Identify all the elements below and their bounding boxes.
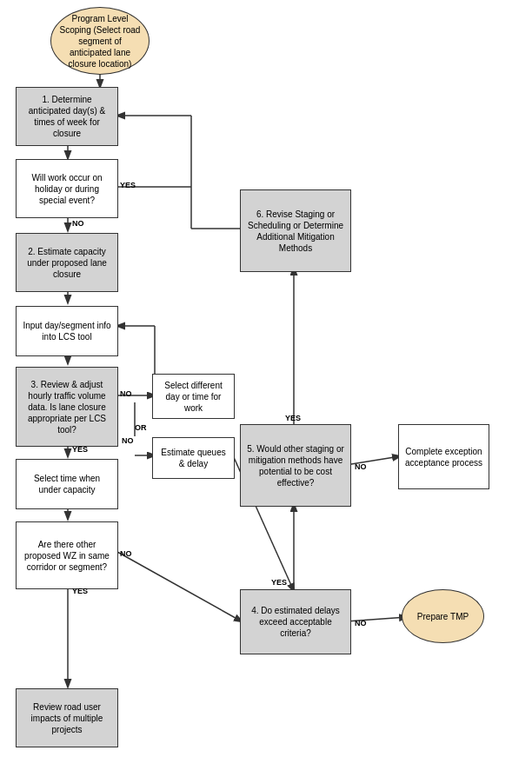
step6-node: 6. Revise Staging or Scheduling or Deter… (240, 189, 351, 272)
or-label: OR (135, 423, 147, 432)
complete-exception-node: Complete exception acceptance process (398, 424, 489, 489)
step5-node: 5. Would other staging or mitigation met… (240, 424, 351, 507)
flowchart: Program Level Scoping (Select road segme… (0, 0, 532, 757)
yes-step5-label: YES (285, 414, 301, 422)
lcs-input-node: Input day/segment info into LCS tool (16, 306, 118, 356)
holiday-node: Will work occur on holiday or during spe… (16, 159, 118, 218)
holiday-label: Will work occur on holiday or during spe… (22, 172, 112, 206)
program-scoping-label: Program Level Scoping (Select road segme… (57, 13, 143, 70)
other-wz-node: Are there other proposed WZ in same corr… (16, 521, 118, 589)
step4-label: 4. Do estimated delays exceed acceptable… (246, 605, 345, 639)
program-scoping-node: Program Level Scoping (Select road segme… (50, 7, 150, 75)
no-step5-label: NO (355, 462, 367, 471)
review-road-label: Review road user impacts of multiple pro… (22, 701, 112, 735)
estimate-queues-node: Estimate queues & delay (152, 437, 235, 479)
select-different-node: Select different day or time for work (152, 374, 235, 419)
no-step4-label: NO (355, 619, 367, 628)
prepare-tmp-node: Prepare TMP (402, 589, 484, 643)
step4-node: 4. Do estimated delays exceed acceptable… (240, 589, 351, 654)
yes-holiday-label: YES (120, 181, 136, 189)
no-step3-label: NO (120, 389, 132, 398)
step1-label: 1. Determine anticipated day(s) & times … (22, 94, 112, 139)
step2-node: 2. Estimate capacity under proposed lane… (16, 233, 118, 292)
step3-label: 3. Review & adjust hourly traffic volume… (22, 379, 112, 435)
svg-line-8 (117, 552, 242, 621)
yes-step4-label: YES (271, 578, 287, 587)
no-other-wz-label: NO (120, 549, 132, 558)
prepare-tmp-label: Prepare TMP (417, 611, 469, 622)
other-wz-label: Are there other proposed WZ in same corr… (22, 539, 112, 573)
select-different-label: Select different day or time for work (158, 380, 229, 414)
complete-exception-label: Complete exception acceptance process (404, 446, 483, 468)
select-time-node: Select time when under capacity (16, 459, 118, 509)
step1-node: 1. Determine anticipated day(s) & times … (16, 87, 118, 146)
review-road-node: Review road user impacts of multiple pro… (16, 688, 118, 747)
step3-node: 3. Review & adjust hourly traffic volume… (16, 367, 118, 447)
step5-label: 5. Would other staging or mitigation met… (246, 443, 345, 488)
step6-label: 6. Revise Staging or Scheduling or Deter… (246, 209, 345, 254)
no-holiday-label: NO (72, 219, 84, 228)
step2-label: 2. Estimate capacity under proposed lane… (22, 246, 112, 280)
no-second-step3: NO (122, 436, 134, 445)
yes-step3-label: YES (72, 445, 88, 454)
yes-other-wz-label: YES (72, 587, 88, 595)
estimate-queues-label: Estimate queues & delay (158, 447, 229, 469)
select-time-label: Select time when under capacity (22, 473, 112, 495)
lcs-input-label: Input day/segment info into LCS tool (22, 320, 112, 342)
